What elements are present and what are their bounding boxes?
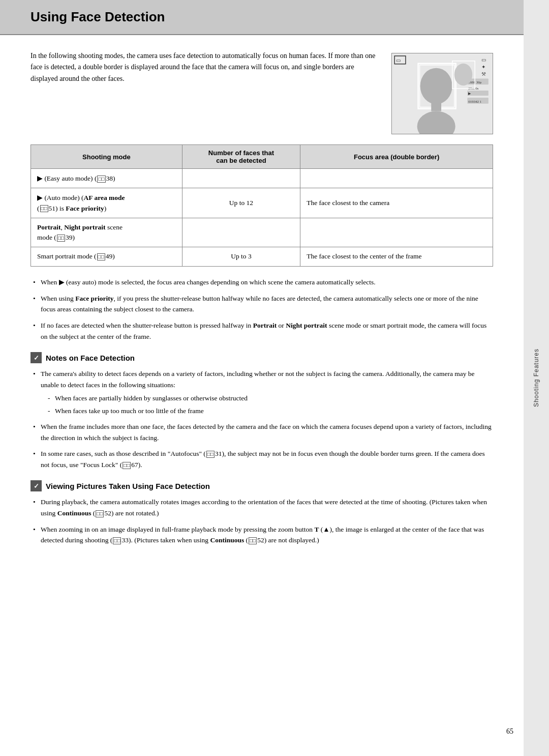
list-item: In some rare cases, such as those descri… bbox=[30, 448, 493, 470]
table-cell-mode: Portrait, Night portrait scenemode (□□39… bbox=[31, 218, 182, 247]
list-item: When using Face priority, if you press t… bbox=[30, 293, 493, 315]
svg-text:▭: ▭ bbox=[481, 57, 486, 63]
list-item: When faces are partially hidden by sungl… bbox=[46, 393, 493, 403]
svg-point-19 bbox=[454, 64, 473, 85]
list-item: During playback, the camera automaticall… bbox=[30, 497, 493, 518]
table-row: ▶ (Easy auto mode) (□□38) bbox=[31, 169, 493, 188]
page-number: 65 bbox=[506, 728, 513, 736]
intro-section: In the following shooting modes, the cam… bbox=[30, 50, 493, 134]
easy-auto-icon: ▶ bbox=[37, 175, 43, 182]
table-cell-mode: Smart portrait mode (□□49) bbox=[31, 247, 182, 266]
table-cell-focus: The face closest to the center of the fr… bbox=[300, 247, 493, 266]
camera-image: ▭ ▭ ✦ ⚒ 1080 30p 29m 0s ▶ bbox=[391, 53, 493, 134]
list-item: When ▶ (easy auto) mode is selected, the… bbox=[30, 277, 493, 288]
sidebar-label: Shooting Features bbox=[533, 348, 540, 407]
table-cell-count: Up to 3 bbox=[182, 247, 300, 266]
svg-text:019342 1: 019342 1 bbox=[468, 100, 481, 103]
table-header-focus: Focus area (double border) bbox=[300, 145, 493, 169]
title-bar: Using Face Detection bbox=[0, 0, 524, 35]
page-title: Using Face Detection bbox=[30, 9, 493, 25]
notes-heading-text: Notes on Face Detection bbox=[46, 354, 135, 362]
camera-diagram: ▭ ▭ ✦ ⚒ 1080 30p 29m 0s ▶ bbox=[391, 53, 493, 134]
detection-table: Shooting mode Number of faces thatcan be… bbox=[30, 144, 493, 267]
table-cell-mode: ▶ (Easy auto mode) (□□38) bbox=[31, 169, 182, 188]
viewing-icon: ✓ bbox=[30, 480, 42, 491]
notes-section: ✓ Notes on Face Detection The camera's a… bbox=[30, 352, 493, 470]
svg-text:⚒: ⚒ bbox=[481, 71, 486, 77]
table-cell-focus: The face closest to the camera bbox=[300, 188, 493, 218]
table-row: Smart portrait mode (□□49) Up to 3 The f… bbox=[31, 247, 493, 266]
table-header-mode: Shooting mode bbox=[31, 145, 182, 169]
table-cell-count bbox=[182, 169, 300, 188]
viewing-heading-text: Viewing Pictures Taken Using Face Detect… bbox=[46, 482, 210, 490]
list-item: When the frame includes more than one fa… bbox=[30, 421, 493, 443]
list-item: If no faces are detected when the shutte… bbox=[30, 320, 493, 342]
viewing-section: ✓ Viewing Pictures Taken Using Face Dete… bbox=[30, 480, 493, 545]
table-cell-focus bbox=[300, 218, 493, 247]
right-sidebar: Shooting Features bbox=[524, 0, 549, 756]
svg-text:▭: ▭ bbox=[396, 57, 401, 63]
main-bullets: When ▶ (easy auto) mode is selected, the… bbox=[30, 277, 493, 342]
notes-icon: ✓ bbox=[30, 352, 42, 363]
auto-icon: ▶ bbox=[37, 194, 43, 201]
table-cell-count bbox=[182, 218, 300, 247]
table-row: Portrait, Night portrait scenemode (□□39… bbox=[31, 218, 493, 247]
table-cell-focus bbox=[300, 169, 493, 188]
svg-text:✦: ✦ bbox=[481, 64, 485, 70]
table-row: ▶ (Auto mode) (AF area mode(□□51) is Fac… bbox=[31, 188, 493, 218]
table-cell-mode: ▶ (Auto mode) (AF area mode(□□51) is Fac… bbox=[31, 188, 182, 218]
svg-point-15 bbox=[420, 68, 452, 104]
svg-rect-17 bbox=[431, 101, 441, 111]
list-item: When faces take up too much or too littl… bbox=[46, 406, 493, 416]
intro-text: In the following shooting modes, the cam… bbox=[30, 50, 376, 134]
table-header-count: Number of faces thatcan be detected bbox=[182, 145, 300, 169]
list-item: When zooming in on an image displayed in… bbox=[30, 524, 493, 546]
notes-heading: ✓ Notes on Face Detection bbox=[30, 352, 493, 363]
table-cell-count: Up to 12 bbox=[182, 188, 300, 218]
viewing-heading: ✓ Viewing Pictures Taken Using Face Dete… bbox=[30, 480, 493, 491]
list-item: The camera's ability to detect faces dep… bbox=[30, 368, 493, 416]
